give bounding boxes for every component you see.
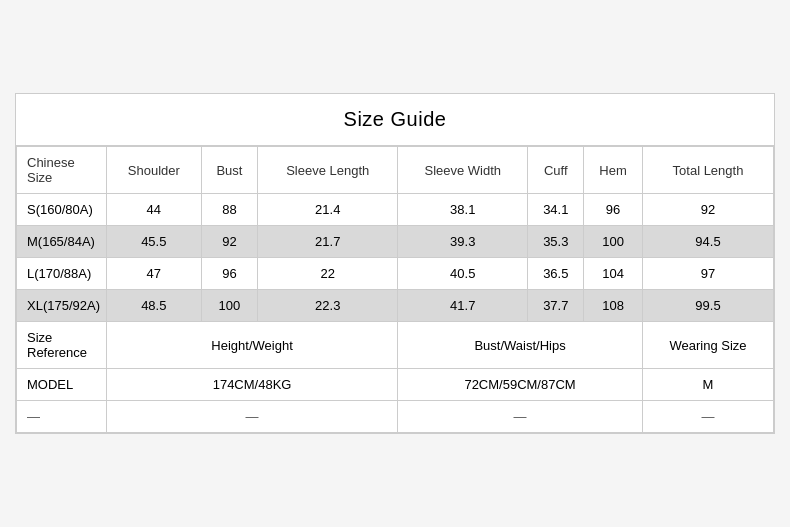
xl-cuff: 37.7 — [528, 290, 584, 322]
xl-hem: 108 — [584, 290, 643, 322]
size-guide-table: Chinese Size Shoulder Bust Sleeve Length… — [16, 146, 774, 433]
size-m: M(165/84A) — [17, 226, 107, 258]
m-bust: 92 — [201, 226, 258, 258]
model-height-weight: 174CM/48KG — [107, 369, 398, 401]
l-cuff: 36.5 — [528, 258, 584, 290]
table-row: S(160/80A) 44 88 21.4 38.1 34.1 96 92 — [17, 194, 774, 226]
xl-sleeve-length: 22.3 — [258, 290, 398, 322]
dash-col2: — — [107, 401, 398, 433]
dash-col3: — — [398, 401, 643, 433]
s-sleeve-length: 21.4 — [258, 194, 398, 226]
table-row: L(170/88A) 47 96 22 40.5 36.5 104 97 — [17, 258, 774, 290]
header-total-length: Total Length — [642, 147, 773, 194]
l-sleeve-length: 22 — [258, 258, 398, 290]
s-sleeve-width: 38.1 — [398, 194, 528, 226]
table-header-row: Chinese Size Shoulder Bust Sleeve Length… — [17, 147, 774, 194]
s-bust: 88 — [201, 194, 258, 226]
l-hem: 104 — [584, 258, 643, 290]
reference-bust-waist-hips: Bust/Waist/Hips — [398, 322, 643, 369]
table-row: M(165/84A) 45.5 92 21.7 39.3 35.3 100 94… — [17, 226, 774, 258]
size-l: L(170/88A) — [17, 258, 107, 290]
l-total-length: 97 — [642, 258, 773, 290]
reference-height-weight: Height/Weight — [107, 322, 398, 369]
m-hem: 100 — [584, 226, 643, 258]
m-shoulder: 45.5 — [107, 226, 202, 258]
reference-label: Size Reference — [17, 322, 107, 369]
header-sleeve-width: Sleeve Width — [398, 147, 528, 194]
dash-col4: — — [642, 401, 773, 433]
s-total-length: 92 — [642, 194, 773, 226]
header-chinese-size: Chinese Size — [17, 147, 107, 194]
header-sleeve-length: Sleeve Length — [258, 147, 398, 194]
l-shoulder: 47 — [107, 258, 202, 290]
m-sleeve-length: 21.7 — [258, 226, 398, 258]
m-cuff: 35.3 — [528, 226, 584, 258]
size-guide-container: Size Guide Chinese Size Shoulder Bust Sl… — [15, 93, 775, 434]
reference-wearing-size: Wearing Size — [642, 322, 773, 369]
m-total-length: 94.5 — [642, 226, 773, 258]
model-label: MODEL — [17, 369, 107, 401]
xl-bust: 100 — [201, 290, 258, 322]
model-row: MODEL 174CM/48KG 72CM/59CM/87CM M — [17, 369, 774, 401]
xl-sleeve-width: 41.7 — [398, 290, 528, 322]
l-bust: 96 — [201, 258, 258, 290]
model-bust-waist-hips: 72CM/59CM/87CM — [398, 369, 643, 401]
table-row: XL(175/92A) 48.5 100 22.3 41.7 37.7 108 … — [17, 290, 774, 322]
l-sleeve-width: 40.5 — [398, 258, 528, 290]
model-wearing-size: M — [642, 369, 773, 401]
xl-total-length: 99.5 — [642, 290, 773, 322]
s-hem: 96 — [584, 194, 643, 226]
size-s: S(160/80A) — [17, 194, 107, 226]
m-sleeve-width: 39.3 — [398, 226, 528, 258]
reference-row: Size Reference Height/Weight Bust/Waist/… — [17, 322, 774, 369]
header-bust: Bust — [201, 147, 258, 194]
header-shoulder: Shoulder — [107, 147, 202, 194]
dash-row: — — — — — [17, 401, 774, 433]
s-cuff: 34.1 — [528, 194, 584, 226]
size-guide-title: Size Guide — [16, 94, 774, 146]
header-cuff: Cuff — [528, 147, 584, 194]
s-shoulder: 44 — [107, 194, 202, 226]
header-hem: Hem — [584, 147, 643, 194]
dash-label: — — [17, 401, 107, 433]
size-xl: XL(175/92A) — [17, 290, 107, 322]
xl-shoulder: 48.5 — [107, 290, 202, 322]
